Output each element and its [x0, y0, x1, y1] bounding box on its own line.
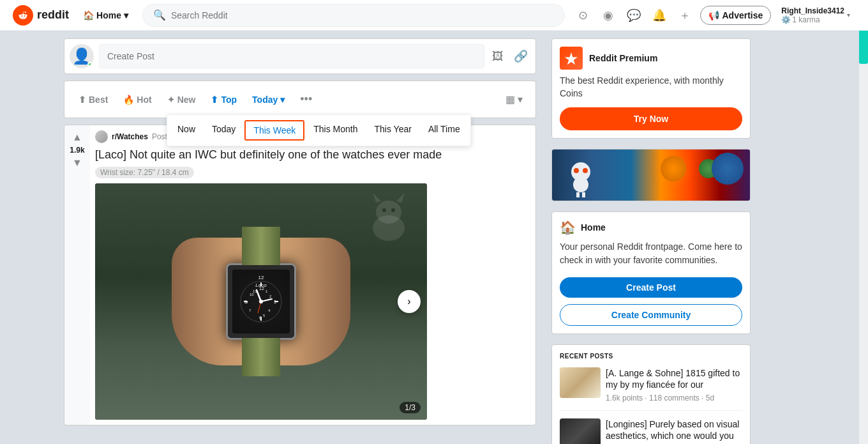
premium-description: The best Reddit experience, with monthly… [560, 75, 742, 100]
logo-text: reddit [37, 8, 69, 22]
search-input[interactable] [171, 10, 555, 20]
home-widget-title: Home [581, 222, 606, 233]
recent-posts-card: RECENT POSTS [A. Lange & Sohne] 1815 gif… [551, 344, 751, 444]
banner-image [552, 149, 750, 201]
popular-icon-btn[interactable]: ⊙ [572, 5, 593, 26]
svg-point-5 [382, 208, 386, 212]
home-widget-icon: 🏠 [560, 220, 576, 235]
home-widget-card: 🏠 Home Your personal Reddit frontpage. C… [551, 211, 751, 334]
upvote-button[interactable]: ▲ [71, 130, 84, 144]
karma-icon: ⚙️ [781, 15, 791, 24]
svg-marker-3 [373, 193, 381, 203]
notifications-icon-btn[interactable]: 🔔 [649, 5, 670, 26]
planet-orange [661, 156, 686, 181]
premium-icon [560, 47, 583, 70]
hot-icon: 🔥 [123, 95, 134, 105]
user-chevron: ▾ [847, 11, 850, 19]
home-create-post-button[interactable]: Create Post [560, 277, 742, 298]
svg-marker-4 [396, 193, 405, 203]
home-description: Your personal Reddit frontpage. Come her… [560, 240, 742, 267]
home-icon: 🏠 [83, 10, 94, 20]
dropdown-this-month[interactable]: This Month [306, 120, 365, 141]
recent-post-title-1: [A. Lange & Sohne] 1815 gifted to my by … [606, 367, 742, 390]
svg-text:5: 5 [263, 314, 266, 318]
svg-text:4: 4 [268, 309, 271, 312]
recent-post-info-1: [A. Lange & Sohne] 1815 gifted to my by … [606, 367, 742, 402]
chat-icon-btn[interactable]: 💬 [624, 5, 644, 26]
sort-hot-button[interactable]: 🔥 Hot [117, 89, 158, 110]
svg-point-27 [259, 300, 263, 303]
recent-post-thumb-1 [560, 367, 601, 398]
right-sidebar: Reddit Premium The best Reddit experienc… [551, 38, 751, 444]
next-image-button[interactable]: › [398, 290, 421, 313]
subreddit-icon [95, 130, 108, 143]
premium-header: Reddit Premium [560, 47, 742, 70]
search-bar[interactable]: 🔍 [142, 4, 565, 27]
svg-point-6 [391, 208, 395, 212]
dropdown-now[interactable]: Now [170, 120, 203, 141]
recent-post-item[interactable]: [A. Lange & Sohne] 1815 gifted to my by … [560, 367, 742, 402]
scrollbar-thumb[interactable] [859, 26, 868, 64]
sort-more-button[interactable]: ••• [294, 88, 318, 111]
sort-today-button[interactable]: Today ▾ [246, 89, 291, 110]
sort-best-button[interactable]: ⬆ Best [72, 89, 114, 110]
recent-posts-section: RECENT POSTS [A. Lange & Sohne] 1815 gif… [552, 345, 750, 444]
reddit-logo [13, 5, 33, 26]
recent-post-item-2[interactable]: [Longines] Purely based on visual aesthe… [560, 418, 742, 444]
banner-card [551, 149, 751, 201]
recent-posts-title: RECENT POSTS [560, 353, 742, 360]
add-icon-btn[interactable]: ＋ [675, 5, 695, 26]
svg-point-30 [574, 168, 579, 173]
recent-post-meta-1: 1.6k points · 118 comments · 5d [606, 394, 742, 402]
coins-icon-btn[interactable]: ◉ [598, 5, 618, 26]
header: reddit 🏠 Home ▾ 🔍 ⊙ ◉ 💬 🔔 ＋ 📢 Advertise … [0, 0, 868, 31]
layout-button[interactable]: ▦ ▾ [500, 89, 528, 109]
layout-chevron: ▾ [518, 93, 523, 105]
dropdown-today[interactable]: Today [204, 120, 243, 141]
top-icon: ⬆ [211, 95, 218, 105]
image-counter: 1/3 [400, 402, 421, 413]
snoo-character [565, 159, 597, 197]
header-actions: ⊙ ◉ 💬 🔔 ＋ 📢 Advertise Right_Inside3412 ⚙… [572, 4, 855, 27]
create-post-input[interactable] [99, 44, 484, 68]
post-title: [Laco] Not quite an IWC but definitely o… [95, 147, 530, 163]
try-now-button[interactable]: Try Now [560, 107, 742, 130]
recent-post-info-2: [Longines] Purely based on visual aesthe… [606, 418, 742, 444]
dropdown-this-week[interactable]: This Week [244, 120, 304, 141]
scrollbar-track [859, 0, 868, 444]
post-image: 12 Laco [95, 183, 427, 420]
post-image-icon[interactable]: 🖼 [490, 47, 506, 66]
vote-column: ▲ 1.9k ▼ [64, 125, 90, 425]
karma-value: 1 karma [792, 15, 819, 24]
search-icon: 🔍 [153, 9, 166, 21]
subreddit-name[interactable]: r/Watches [112, 132, 148, 141]
advertise-button[interactable]: 📢 Advertise [700, 6, 771, 25]
svg-text:2: 2 [269, 295, 272, 298]
home-create-community-button[interactable]: Create Community [560, 304, 742, 326]
post-link-icon[interactable]: 🔗 [511, 47, 530, 66]
logo[interactable]: reddit [13, 5, 69, 26]
today-label: Today [252, 95, 278, 105]
sort-bar: ⬆ Best 🔥 Hot ✦ New ⬆ Top Today ▾ ••• [64, 80, 536, 118]
home-nav-chevron: ▾ [124, 10, 128, 20]
svg-point-31 [583, 168, 588, 173]
advertise-label: Advertise [722, 10, 763, 20]
advertise-icon: 📢 [708, 10, 719, 20]
svg-rect-32 [576, 192, 580, 197]
vote-count: 1.9k [70, 146, 84, 155]
post-image-container[interactable]: 12 Laco [95, 183, 427, 420]
recent-post-thumb-2 [560, 418, 601, 444]
dropdown-all-time[interactable]: All Time [421, 120, 468, 141]
downvote-button[interactable]: ▼ [71, 156, 84, 170]
strap-top [242, 227, 280, 265]
premium-content: Reddit Premium The best Reddit experienc… [552, 39, 750, 138]
sort-top-button[interactable]: ⬆ Top [204, 89, 243, 110]
dropdown-this-year[interactable]: This Year [367, 120, 419, 141]
home-nav[interactable]: 🏠 Home ▾ [77, 6, 135, 24]
center-column: 👤 🖼 🔗 ⬆ Best 🔥 Hot ✦ New ⬆ Top [64, 38, 536, 444]
sort-new-button[interactable]: ✦ New [161, 89, 202, 110]
user-menu[interactable]: Right_Inside3412 ⚙️ 1 karma ▾ [776, 4, 855, 27]
new-label: New [177, 95, 196, 105]
online-indicator [87, 62, 93, 67]
username: Right_Inside3412 [781, 6, 844, 15]
